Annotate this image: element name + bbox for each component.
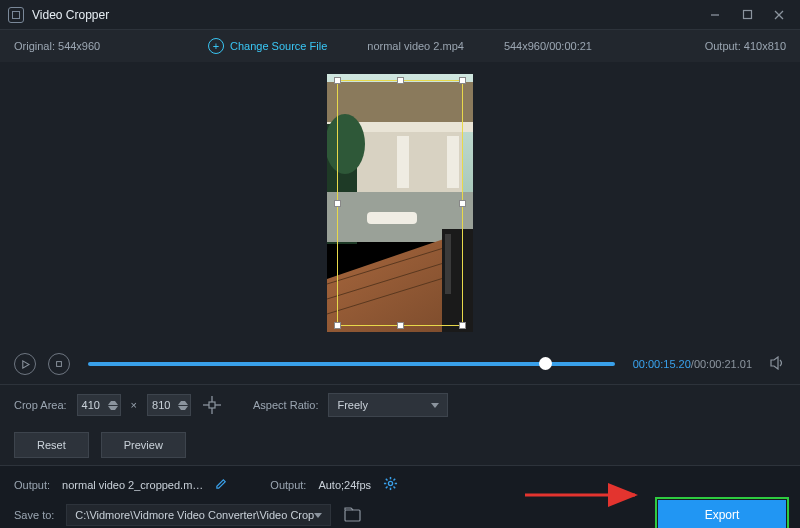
svg-line-37 <box>394 479 396 481</box>
preview-area <box>0 62 800 344</box>
chevron-down-icon <box>314 513 322 518</box>
crop-rectangle[interactable] <box>337 80 463 326</box>
info-bar: Original: 544x960 + Change Source File n… <box>0 30 800 62</box>
crop-handle-ml[interactable] <box>334 200 341 207</box>
height-up[interactable] <box>178 401 188 405</box>
window-controls <box>708 8 792 22</box>
svg-marker-21 <box>22 360 28 367</box>
width-up[interactable] <box>108 401 118 405</box>
crop-height-input[interactable]: 810 <box>147 394 191 416</box>
reset-button[interactable]: Reset <box>14 432 89 458</box>
crop-handle-tm[interactable] <box>397 77 404 84</box>
svg-line-34 <box>386 479 388 481</box>
change-source-label: Change Source File <box>230 40 327 52</box>
aspect-ratio-label: Aspect Ratio: <box>253 399 318 411</box>
crop-area-label: Crop Area: <box>14 399 67 411</box>
crop-handle-mr[interactable] <box>459 200 466 207</box>
edit-filename-icon[interactable] <box>215 477 228 493</box>
time-display: 00:00:15.20/00:00:21.01 <box>633 358 752 370</box>
preview-button[interactable]: Preview <box>101 432 186 458</box>
title-bar: Video Cropper <box>0 0 800 30</box>
aspect-ratio-value: Freely <box>337 399 368 411</box>
action-buttons-row: Reset Preview <box>0 425 800 465</box>
minimize-button[interactable] <box>708 8 722 22</box>
player-controls: 00:00:15.20/00:00:21.01 <box>0 344 800 384</box>
stop-button[interactable] <box>48 353 70 375</box>
svg-line-36 <box>386 487 388 489</box>
export-button[interactable]: Export <box>658 500 786 528</box>
svg-point-29 <box>388 481 392 485</box>
source-filename: normal video 2.mp4 <box>367 40 464 52</box>
output-section: Output: normal video 2_cropped.m… Output… <box>0 466 800 528</box>
crop-width-value: 410 <box>82 399 100 411</box>
open-folder-icon[interactable] <box>343 507 363 523</box>
center-crop-icon[interactable] <box>201 394 223 416</box>
crop-handle-tr[interactable] <box>459 77 466 84</box>
source-dims-duration: 544x960/00:00:21 <box>504 40 592 52</box>
time-current: 00:00:15.20 <box>633 358 691 370</box>
times-symbol: × <box>131 399 137 411</box>
chevron-down-icon <box>431 403 439 408</box>
height-down[interactable] <box>178 406 188 410</box>
maximize-button[interactable] <box>740 8 754 22</box>
play-button[interactable] <box>14 353 36 375</box>
svg-rect-1 <box>743 11 751 19</box>
app-icon <box>8 7 24 23</box>
change-source-button[interactable]: + Change Source File <box>208 38 327 54</box>
save-path-value: C:\Vidmore\Vidmore Video Converter\Video… <box>75 509 314 521</box>
width-down[interactable] <box>108 406 118 410</box>
plus-circle-icon: + <box>208 38 224 54</box>
save-path-select[interactable]: C:\Vidmore\Vidmore Video Converter\Video… <box>66 504 331 526</box>
svg-rect-28 <box>209 402 215 408</box>
output-label: Output: <box>14 479 50 491</box>
gear-icon[interactable] <box>383 476 398 494</box>
crop-controls: Crop Area: 410 × 810 Aspect Ratio: Freel… <box>0 385 800 425</box>
original-dimensions-label: Original: 544x960 <box>14 40 100 52</box>
output-filename: normal video 2_cropped.m… <box>62 479 203 491</box>
video-frame[interactable] <box>327 74 473 332</box>
output-settings-value: Auto;24fps <box>318 479 371 491</box>
save-to-label: Save to: <box>14 509 54 521</box>
output-file-row: Output: normal video 2_cropped.m… Output… <box>14 472 786 498</box>
output-settings-label: Output: <box>270 479 306 491</box>
crop-height-value: 810 <box>152 399 170 411</box>
aspect-ratio-select[interactable]: Freely <box>328 393 448 417</box>
svg-rect-22 <box>57 362 62 367</box>
close-button[interactable] <box>772 8 786 22</box>
crop-width-input[interactable]: 410 <box>77 394 121 416</box>
svg-rect-38 <box>345 510 360 521</box>
timeline-slider[interactable] <box>88 362 615 366</box>
output-dimensions-label: Output: 410x810 <box>705 40 786 52</box>
crop-handle-br[interactable] <box>459 322 466 329</box>
crop-handle-bl[interactable] <box>334 322 341 329</box>
window-title: Video Cropper <box>32 8 708 22</box>
crop-handle-bm[interactable] <box>397 322 404 329</box>
time-duration: /00:00:21.01 <box>691 358 752 370</box>
svg-line-35 <box>394 487 396 489</box>
crop-handle-tl[interactable] <box>334 77 341 84</box>
volume-icon[interactable] <box>770 356 786 373</box>
save-path-row: Save to: C:\Vidmore\Vidmore Video Conver… <box>14 502 786 528</box>
svg-marker-23 <box>771 357 778 369</box>
